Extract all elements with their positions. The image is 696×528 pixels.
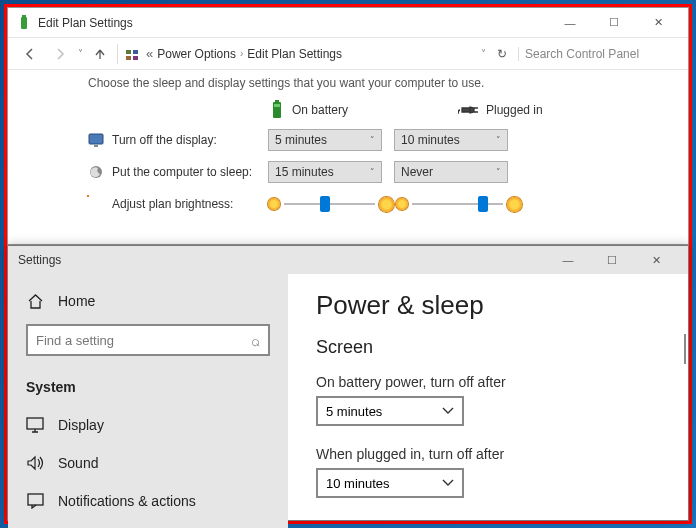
control-panel-window: Edit Plan Settings — ☐ ✕ ˅ « Power Optio… [7,7,689,245]
scrollbar[interactable] [684,334,686,364]
sleep-battery-select[interactable]: 15 minutes˅ [268,161,382,183]
cp-addressbar: ˅ « Power Options › Edit Plan Settings ˅… [8,38,688,70]
chevron-down-icon [442,407,454,415]
display-icon [26,416,44,434]
cp-description: Choose the sleep and display settings th… [88,76,668,90]
sun-dim-icon [396,198,408,210]
cp-search-input[interactable]: Search Control Panel [518,47,678,61]
svg-rect-5 [133,56,138,60]
close-button[interactable]: ✕ [634,246,678,274]
close-button[interactable]: ✕ [636,9,680,37]
minimize-button[interactable]: — [546,246,590,274]
row-display-off: Turn off the display: 5 minutes˅ 10 minu… [88,124,668,156]
display-plugged-select[interactable]: 10 minutes˅ [394,129,508,151]
brightness-icon [88,196,104,212]
svg-rect-3 [133,50,138,54]
sleep-plugged-select[interactable]: Never˅ [394,161,508,183]
column-header-battery: On battery [268,99,388,121]
refresh-button[interactable]: ↻ [492,47,512,61]
sound-icon [26,454,44,472]
svg-rect-0 [21,17,27,29]
breadcrumb-item[interactable]: Power Options [157,47,236,61]
settings-content: Power & sleep Screen On battery power, t… [288,274,688,528]
sun-bright-icon [379,197,394,212]
row-brightness: Adjust plan brightness: [88,188,668,220]
breadcrumb-icon [124,46,140,62]
sun-dim-icon [268,198,280,210]
settings-titlebar: Settings — ☐ ✕ [8,246,688,274]
svg-rect-9 [89,134,103,144]
svg-rect-12 [27,418,43,429]
settings-window: Settings — ☐ ✕ Home Find a setting ⌕ Sys… [7,245,689,521]
svg-rect-13 [28,494,43,505]
chevron-down-icon [442,479,454,487]
sidebar-item-notifications[interactable]: Notifications & actions [26,482,270,520]
section-heading: Screen [316,337,660,358]
minimize-button[interactable]: — [548,9,592,37]
battery-icon [268,99,286,121]
home-icon [26,292,44,310]
nav-back-button[interactable] [18,42,42,66]
brightness-plugged-slider[interactable] [412,203,503,205]
chevron-down-icon[interactable]: ˅ [481,48,486,59]
breadcrumb[interactable]: « Power Options › Edit Plan Settings [146,46,342,61]
monitor-icon [88,132,104,148]
column-header-plugged: Plugged in [458,102,578,118]
settings-title: Settings [18,253,61,267]
label-plugged-turnoff: When plugged in, turn off after [316,446,660,462]
svg-rect-10 [94,145,98,147]
cp-title: Edit Plan Settings [38,16,133,30]
plug-icon [458,102,480,118]
search-icon: ⌕ [251,332,260,349]
svg-rect-8 [274,104,280,107]
maximize-button[interactable]: ☐ [592,9,636,37]
svg-rect-1 [22,15,26,18]
screen-plugged-select[interactable]: 10 minutes [316,468,464,498]
notifications-icon [26,492,44,510]
svg-rect-4 [126,56,131,60]
svg-rect-2 [126,50,131,54]
svg-rect-7 [275,100,279,103]
nav-up-button[interactable] [89,43,111,65]
nav-forward-button[interactable] [48,42,72,66]
power-plan-icon [16,15,32,31]
display-battery-select[interactable]: 5 minutes˅ [268,129,382,151]
sidebar-item-system[interactable]: System [26,368,270,406]
sidebar-item-sound[interactable]: Sound [26,444,270,482]
brightness-battery-slider[interactable] [284,203,375,205]
label-battery-turnoff: On battery power, turn off after [316,374,660,390]
sidebar-item-display[interactable]: Display [26,406,270,444]
sun-bright-icon [507,197,522,212]
breadcrumb-item[interactable]: Edit Plan Settings [247,47,342,61]
maximize-button[interactable]: ☐ [590,246,634,274]
row-sleep: Put the computer to sleep: 15 minutes˅ N… [88,156,668,188]
page-title: Power & sleep [316,290,660,321]
settings-search-input[interactable]: Find a setting ⌕ [26,324,270,356]
screen-battery-select[interactable]: 5 minutes [316,396,464,426]
settings-sidebar: Home Find a setting ⌕ System Display Sou… [8,274,288,528]
cp-titlebar: Edit Plan Settings — ☐ ✕ [8,8,688,38]
sidebar-item-home[interactable]: Home [26,282,270,320]
chevron-down-icon[interactable]: ˅ [78,48,83,59]
sleep-icon [88,164,104,180]
